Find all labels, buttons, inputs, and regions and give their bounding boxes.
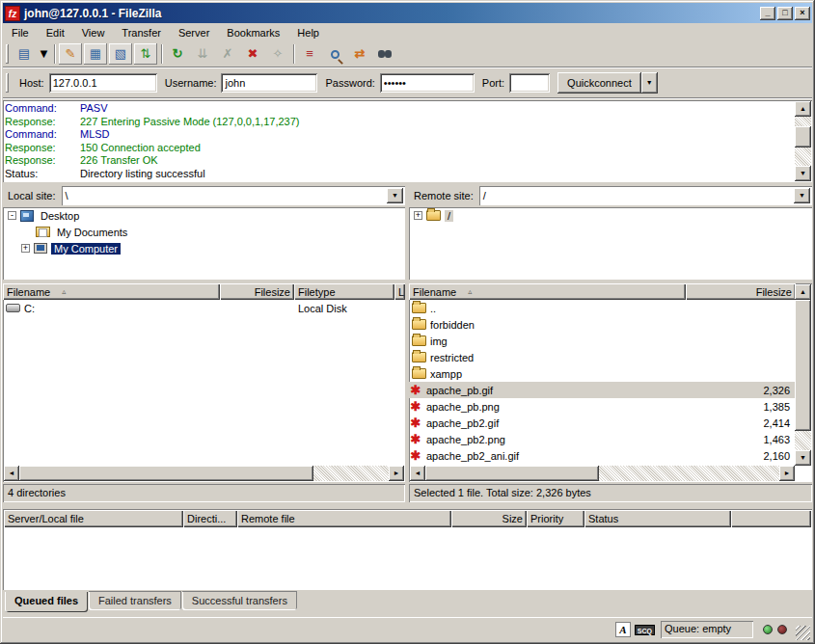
file-row[interactable]: .. — [409, 300, 796, 316]
disconnect-icon: ✖ — [248, 46, 258, 62]
window-title: john@127.0.0.1 - FileZilla — [24, 7, 758, 20]
close-button[interactable]: × — [795, 7, 810, 20]
scroll-thumb[interactable] — [795, 126, 811, 148]
column-filetype[interactable]: Filetype — [294, 283, 394, 300]
column-filename[interactable]: Filename ▵ — [3, 283, 220, 300]
quickconnect-dropdown[interactable]: ▼ — [641, 72, 658, 94]
scroll-thumb[interactable] — [19, 466, 313, 481]
remote-vertical-scrollbar[interactable]: ▲ ▼ — [795, 284, 811, 466]
scroll-up-button[interactable]: ▲ — [795, 101, 811, 117]
menu-help[interactable]: Help — [288, 25, 328, 40]
menu-transfer[interactable]: Transfer — [113, 25, 170, 40]
host-input[interactable] — [49, 73, 157, 93]
tree-item-my-computer[interactable]: + My Computer — [3, 240, 405, 256]
tree-item-my-documents[interactable]: My Documents — [3, 224, 405, 240]
tab-queued-files[interactable]: Queued files — [5, 591, 88, 612]
tab-failed-transfers[interactable]: Failed transfers — [89, 591, 181, 610]
remote-tree[interactable]: + / — [409, 207, 812, 280]
expand-icon[interactable]: + — [414, 211, 422, 220]
file-row[interactable]: restricted — [409, 349, 796, 365]
file-row[interactable]: ✱ apache_pb2.gif 2,414 — [409, 415, 796, 431]
queue-status: Queue: empty — [661, 621, 753, 638]
menu-server[interactable]: Server — [170, 25, 218, 40]
log-line: Response:150 Connection accepted — [5, 142, 794, 155]
file-row[interactable]: forbidden — [409, 316, 796, 333]
column-direction[interactable]: Directi... — [183, 510, 237, 527]
remote-horizontal-scrollbar[interactable]: ◄ ► — [410, 466, 795, 481]
column-filesize[interactable]: Filesize — [220, 283, 294, 300]
column-server-local-file[interactable]: Server/Local file — [4, 510, 183, 527]
file-row[interactable]: ✱ apache_pb2.png 1,463 — [409, 431, 796, 447]
menu-edit[interactable]: Edit — [38, 25, 73, 40]
chevron-down-icon[interactable]: ▼ — [794, 188, 810, 203]
resize-grip[interactable] — [796, 626, 810, 640]
toggle-local-tree-button[interactable]: ▦ — [84, 43, 107, 65]
quickconnect-button[interactable]: Quickconnect — [557, 72, 641, 94]
scroll-down-button[interactable]: ▼ — [795, 450, 811, 466]
column-last-modified[interactable]: L — [394, 283, 405, 300]
cancel-button[interactable]: ✗ — [216, 43, 239, 65]
title-bar[interactable]: fz john@127.0.0.1 - FileZilla _ □ × — [3, 3, 812, 23]
tree-item-desktop[interactable]: - Desktop — [3, 207, 405, 224]
tab-successful-transfers[interactable]: Successful transfers — [182, 591, 297, 610]
local-file-list[interactable]: Filename ▵ Filesize Filetype L C: Local … — [3, 283, 405, 482]
expand-icon[interactable]: + — [21, 244, 30, 253]
scroll-up-button[interactable]: ▲ — [795, 284, 811, 300]
password-input[interactable] — [380, 73, 475, 93]
local-horizontal-scrollbar[interactable]: ◄ ► — [4, 466, 404, 481]
remote-site-combo[interactable]: / ▼ — [479, 186, 812, 205]
menu-view[interactable]: View — [73, 25, 114, 40]
scroll-right-button[interactable]: ► — [389, 466, 404, 481]
folder-icon — [426, 210, 441, 221]
column-status[interactable]: Status — [584, 510, 731, 527]
local-site-combo[interactable]: \ ▼ — [62, 186, 405, 205]
menu-bookmarks[interactable]: Bookmarks — [218, 25, 288, 40]
site-manager-dropdown[interactable]: ▼ — [38, 43, 50, 65]
synchronized-browsing-button[interactable]: ⇄ — [348, 43, 371, 65]
find-files-button[interactable] — [373, 43, 396, 65]
transfer-queue[interactable]: Server/Local file Directi... Remote file… — [3, 509, 812, 590]
log-scrollbar[interactable]: ▲ ▼ — [795, 101, 811, 181]
username-input[interactable] — [221, 73, 317, 93]
file-row[interactable]: img — [409, 333, 796, 349]
scroll-right-button[interactable]: ► — [779, 466, 795, 481]
remote-file-list[interactable]: Filename ▵ Filesize .. forbidden — [409, 283, 812, 482]
collapse-icon[interactable]: - — [8, 211, 16, 220]
scroll-thumb[interactable] — [425, 466, 599, 481]
process-queue-button[interactable]: ⇊ — [191, 43, 214, 65]
tree-item-root[interactable]: + / — [409, 207, 812, 224]
file-row-c-drive[interactable]: C: Local Disk — [3, 300, 405, 316]
scroll-left-button[interactable]: ◄ — [4, 466, 19, 481]
directory-comparison-button[interactable] — [323, 43, 346, 65]
local-tree[interactable]: - Desktop My Documents + My Computer — [3, 207, 405, 280]
message-log[interactable]: Command:PASV Response:227 Entering Passi… — [3, 100, 812, 182]
toggle-remote-tree-button[interactable]: ▧ — [109, 43, 132, 65]
scroll-thumb[interactable] — [795, 300, 811, 431]
menu-file[interactable]: File — [3, 25, 38, 40]
disconnect-button[interactable]: ✖ — [241, 43, 264, 65]
minimize-button[interactable]: _ — [760, 7, 775, 20]
toolbar-grip[interactable] — [6, 44, 9, 64]
refresh-button[interactable]: ↻ — [166, 43, 189, 65]
column-priority[interactable]: Priority — [527, 510, 584, 527]
scq-badge-icon: SCQ — [635, 625, 655, 635]
file-row[interactable]: ✱ apache_pb2_ani.gif 2,160 — [409, 447, 796, 464]
file-row[interactable]: ✱ apache_pb.png 1,385 — [409, 398, 796, 415]
chevron-down-icon[interactable]: ▼ — [387, 188, 403, 203]
reconnect-button[interactable]: ✧ — [266, 43, 289, 65]
scroll-down-button[interactable]: ▼ — [795, 166, 811, 181]
scroll-left-button[interactable]: ◄ — [410, 466, 425, 481]
filters-button[interactable]: ≡ — [298, 43, 321, 65]
maximize-button[interactable]: □ — [777, 7, 793, 20]
file-row[interactable]: xampp — [409, 365, 796, 382]
site-manager-button[interactable]: ▤ — [13, 43, 36, 65]
column-filesize[interactable]: Filesize — [686, 283, 796, 300]
quickconnect-grip[interactable] — [6, 73, 9, 93]
toggle-queue-button[interactable]: ⇅ — [134, 43, 157, 65]
port-input[interactable] — [509, 73, 550, 93]
toggle-message-log-button[interactable]: ✎ — [59, 43, 82, 65]
column-remote-file[interactable]: Remote file — [237, 510, 451, 527]
file-row-selected[interactable]: ✱ apache_pb.gif 2,326 — [409, 382, 796, 398]
column-filename[interactable]: Filename ▵ — [409, 283, 686, 300]
column-size[interactable]: Size — [451, 510, 527, 527]
